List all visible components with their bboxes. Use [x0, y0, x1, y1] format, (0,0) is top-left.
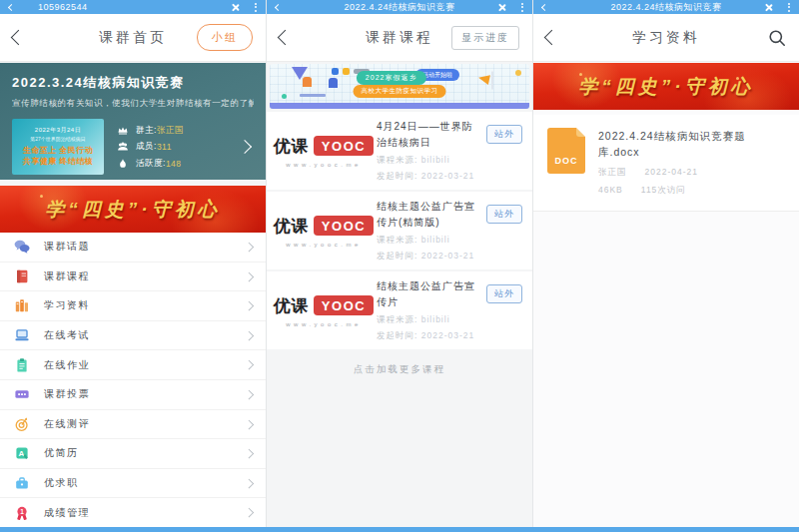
books-icon: [14, 297, 30, 313]
close-icon[interactable]: [764, 3, 773, 12]
file-date: 2022-04-21: [645, 167, 698, 179]
banner-megaphone: [477, 73, 490, 85]
group-button[interactable]: 小组: [197, 24, 253, 51]
owner-value: 张正国: [157, 125, 184, 137]
activity-flame-icon: [117, 158, 129, 170]
show-progress-button[interactable]: 显示进度: [451, 26, 519, 50]
promo-banner-sishi[interactable]: 学“四史”·守初心: [533, 63, 799, 110]
menu-item-grades[interactable]: 1 成绩管理: [0, 498, 266, 528]
group-title: 2022.3.24结核病知识竞赛: [12, 74, 254, 92]
svg-text:1: 1: [20, 508, 24, 515]
banner-pill-2: 高校大学生防疫知识学习: [354, 85, 446, 98]
chevron-right-icon: [244, 419, 253, 428]
load-more-button[interactable]: 点击加载更多课程: [267, 351, 532, 390]
back-button[interactable]: [11, 30, 27, 46]
banner-bottom-strip: [270, 103, 529, 109]
chat-bubbles-icon: [14, 239, 30, 255]
book-icon: [14, 268, 30, 284]
search-icon: [768, 29, 786, 47]
chevron-right-icon: [244, 301, 253, 310]
external-badge: 站外: [486, 125, 522, 144]
back-button[interactable]: [544, 30, 560, 46]
owner-label: 群主:: [136, 125, 157, 137]
banner-doctor: [491, 72, 507, 104]
file-visits: 115次访问: [641, 185, 686, 197]
menu-item-homework[interactable]: 在线作业: [0, 350, 266, 380]
nav-bar: 学习资料: [533, 14, 799, 62]
group-carousel-thumbnail[interactable]: 2022年3月24日 第27个世界防治结核病日 生命至上 全民行动 共享健康 终…: [12, 119, 104, 175]
thumb-slogan-line2: 共享健康 终结结核: [12, 156, 104, 167]
course-source: 课程来源: bilibili: [377, 155, 522, 167]
close-icon[interactable]: [497, 3, 506, 12]
file-size: 46KB: [598, 185, 623, 197]
group-info-card[interactable]: 2022.3.24结核病知识竞赛 宣传肺结核的有关知识，使我们大学生对肺结核有一…: [0, 63, 266, 180]
course-item[interactable]: 优课YOOC www.yooc.me 结核主题公益广告宣传片(精简版) 站外 课…: [267, 192, 532, 269]
chevron-right-icon[interactable]: [238, 140, 252, 154]
screenshot-canvas: 105962544 课群首页 小组 2022.3.24结核病知识竞赛 宣传肺结核…: [0, 0, 799, 532]
yooc-logo: 优课YOOC www.yooc.me: [271, 215, 377, 248]
course-title: 结核主题公益广告宣传片: [377, 278, 481, 309]
menu-item-courses[interactable]: 课群课程: [0, 263, 266, 292]
menu-item-exams[interactable]: 在线考试: [0, 321, 266, 351]
file-meta-row2: 46KB 115次访问: [598, 185, 785, 197]
status-bar: 2022.4.24结核病知识竞赛: [533, 0, 799, 14]
file-item[interactable]: DOC 2022.4.24结核病知识竞赛题库.docx 张正国 2022-04-…: [533, 115, 799, 212]
menu-item-materials[interactable]: 学习资料: [0, 291, 266, 321]
resume-icon: A: [14, 445, 30, 461]
thumb-subtitle: 第27个世界防治结核病日: [12, 136, 104, 142]
crown-icon: [117, 125, 129, 137]
group-menu: 课群话题 课群课程 学习资料 在线考试 在线作业: [0, 233, 266, 528]
doc-file-icon: DOC: [547, 128, 585, 174]
yooc-logo: 优课YOOC www.yooc.me: [271, 135, 377, 168]
group-subtitle: 宣传肺结核的有关知识，使我们大学生对肺结核有一定的了解，…: [12, 98, 254, 110]
course-item[interactable]: 优课YOOC www.yooc.me 结核主题公益广告宣传片 站外 课程来源: …: [267, 271, 532, 349]
menu-item-assessment[interactable]: 在线测评: [0, 410, 266, 440]
empty-area: [533, 212, 799, 532]
menu-item-topics[interactable]: 课群话题: [0, 233, 266, 263]
banner-slogan: 学“四史”·守初心: [45, 197, 220, 223]
menu-item-job[interactable]: 优求职: [0, 469, 266, 499]
more-icon[interactable]: [255, 3, 257, 12]
course-item[interactable]: 优课YOOC www.yooc.me 4月24日——世界防治结核病日 站外 课程…: [267, 112, 532, 190]
svg-text:A: A: [19, 449, 25, 458]
course-start-time: 发起时间: 2022-03-21: [377, 171, 522, 183]
more-icon[interactable]: [521, 3, 523, 12]
file-meta-row1: 张正国 2022-04-21: [598, 167, 785, 179]
course-start-time: 发起时间: 2022-03-21: [377, 330, 522, 342]
nav-bar: 课群课程 显示进度: [267, 14, 532, 62]
back-icon[interactable]: [8, 3, 15, 10]
course-start-time: 发起时间: 2022-03-21: [377, 251, 522, 263]
nav-bar: 课群首页 小组: [0, 14, 266, 62]
close-icon[interactable]: [231, 3, 240, 12]
chevron-right-icon: [244, 360, 253, 369]
clipboard-icon: [14, 357, 30, 373]
briefcase-icon: [14, 475, 30, 491]
external-badge: 站外: [486, 205, 522, 224]
back-button[interactable]: [278, 30, 294, 46]
ballot-icon: [14, 386, 30, 402]
menu-item-votes[interactable]: 课群投票: [0, 380, 266, 410]
panel-group-home: 105962544 课群首页 小组 2022.3.24结核病知识竞赛 宣传肺结核…: [0, 0, 266, 532]
course-promo-banner[interactable]: 活动开始啦 2022寒假返乡 高校大学生防疫知识学习: [270, 64, 529, 109]
promo-banner-sishi[interactable]: 学“四史”·守初心: [0, 186, 266, 233]
group-stats: 群主: 张正国 成员: 311 活跃度: 148: [117, 120, 234, 174]
status-bar: 105962544: [0, 0, 266, 14]
course-title: 4月24日——世界防治结核病日: [377, 119, 481, 150]
chevron-right-icon: [244, 390, 253, 399]
target-icon: [14, 416, 30, 432]
status-bar-title: 2022.4.24结核病知识竞赛: [533, 1, 799, 14]
menu-item-resume[interactable]: A 优简历: [0, 439, 266, 469]
status-bar-title: 2022.4.24结核病知识竞赛: [267, 1, 532, 14]
laptop-icon: [14, 327, 30, 343]
chevron-right-icon: [244, 449, 253, 458]
thumb-slogan-line1: 生命至上 全民行动: [12, 145, 104, 156]
more-icon[interactable]: [788, 3, 790, 12]
members-value: 311: [157, 142, 172, 152]
external-badge: 站外: [486, 284, 522, 303]
activity-label: 活跃度:: [136, 158, 166, 170]
members-icon: [117, 141, 129, 153]
search-button[interactable]: [768, 29, 786, 47]
status-bar: 2022.4.24结核病知识竞赛: [267, 0, 532, 14]
panel-study-materials: 2022.4.24结核病知识竞赛 学习资料 学“四史”·守初心 DOC: [533, 0, 799, 532]
chevron-right-icon: [244, 330, 253, 339]
